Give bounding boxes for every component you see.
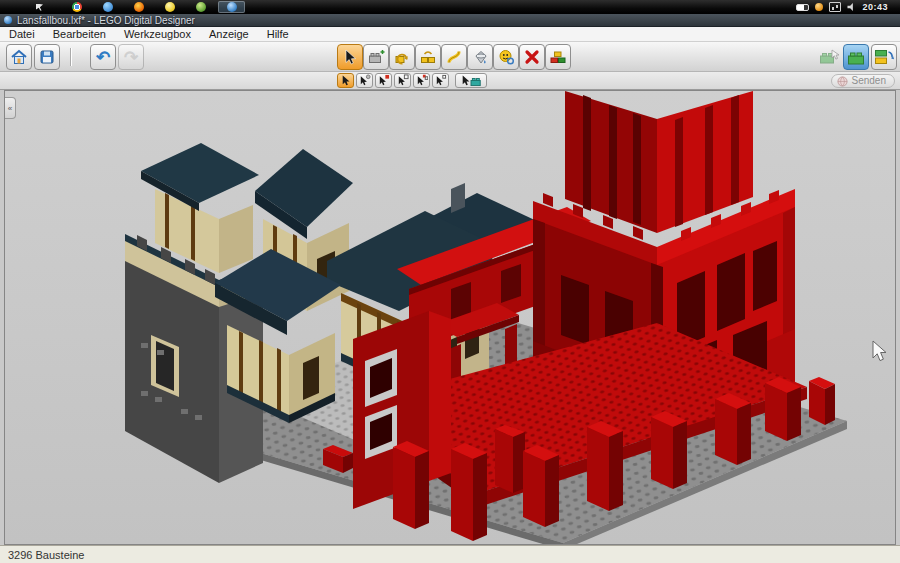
taskbar-app-media[interactable] [187,1,214,13]
viewport-3d[interactable]: « [4,90,896,545]
globe-icon [837,76,848,87]
delete-x-icon [523,48,541,66]
menubar: Datei Bearbeiten Werkzeugbox Anzeige Hil… [0,27,900,42]
system-tray[interactable]: 20:43 [796,2,888,12]
flex-tool-button[interactable] [441,44,467,70]
delete-tool-button[interactable] [519,44,545,70]
blue-ball-icon [227,2,237,12]
save-icon [38,48,56,66]
home-button[interactable] [6,44,32,70]
view-mode-button[interactable] [843,44,869,70]
taskbar-clock: 20:43 [862,2,888,12]
hinge-align-tool-button[interactable] [415,44,441,70]
color-shape-select-icon [415,74,428,87]
main-toolbar: ↶ ↷ [0,42,900,72]
menu-item-hilfe[interactable]: Hilfe [258,27,298,42]
ldd-app-icon [4,16,12,24]
internet-explorer-icon [103,2,113,12]
connected-select-icon [358,74,371,87]
paint-tool-button[interactable] [467,44,493,70]
taskbar[interactable]: 20:43 [0,0,900,14]
window-title: Lansfallbou.lxf* - LEGO Digital Designer [17,15,195,26]
statusbar: 3296 Bausteine [0,545,900,563]
shape-select-icon [396,74,409,87]
redo-button[interactable]: ↷ [118,44,144,70]
screen: 20:43 Lansfallbou.lxf* - LEGO Digital De… [0,0,900,563]
save-button[interactable] [34,44,60,70]
selection-tool-button[interactable] [337,44,363,70]
single-select-arrow-icon [339,74,352,87]
shape-select-button[interactable] [394,73,411,88]
menu-item-werkzeugbox[interactable]: Werkzeugbox [115,27,200,42]
view-mode-brick-icon [846,47,866,67]
undo-icon: ↶ [96,49,110,66]
connected-select-button[interactable] [356,73,373,88]
build-mode-brick-cursor-icon [819,47,839,67]
titlebar[interactable]: Lansfallbou.lxf* - LEGO Digital Designer [0,14,900,27]
yellow-ball-icon [165,2,175,12]
minifig-head-magnifier-icon [497,48,515,66]
single-select-button[interactable] [337,73,354,88]
inverse-select-button[interactable] [432,73,449,88]
hinge-align-icon [419,48,437,66]
building-guide-tool-button[interactable] [545,44,571,70]
hinge-tool-button[interactable] [389,44,415,70]
advanced-select-icon [459,74,483,87]
brick-palette-handle[interactable]: « [5,97,16,119]
taskbar-app-firefox[interactable] [125,1,152,13]
send-button-label: Senden [852,76,886,86]
lego-model-scene [5,91,895,544]
hide-tool-button[interactable] [493,44,519,70]
taskbar-app-ldd[interactable] [156,1,183,13]
build-mode-button[interactable] [816,44,842,70]
volume-icon[interactable] [847,3,856,12]
taskbar-app-active[interactable] [218,1,245,13]
sub-toolbar: Senden [0,72,900,90]
hinge-rotate-icon [393,48,411,66]
send-button[interactable]: Senden [831,74,895,88]
inverse-select-icon [434,74,447,87]
battery-icon[interactable] [796,4,809,11]
firefox-icon [134,2,144,12]
menu-item-bearbeiten[interactable]: Bearbeiten [44,27,115,42]
taskbar-app-list [61,1,247,13]
redo-icon: ↷ [124,49,138,66]
clone-tool-button[interactable] [363,44,389,70]
home-icon [10,48,28,66]
brick-count-label: 3296 Bausteine [8,549,84,561]
toolbar-separator [70,48,71,66]
colored-bricks-icon [549,48,567,66]
chrome-icon [72,2,82,12]
guide-mode-bricks-arrows-icon [874,47,894,67]
green-ball-icon [196,2,206,12]
undo-button[interactable]: ↶ [90,44,116,70]
flex-bend-icon [445,48,463,66]
menu-item-datei[interactable]: Datei [0,27,44,42]
menu-item-anzeige[interactable]: Anzeige [200,27,258,42]
building-guide-mode-button[interactable] [871,44,897,70]
taskbar-app-chrome[interactable] [63,1,90,13]
color-shape-select-button[interactable] [413,73,430,88]
network-icon[interactable] [829,2,841,12]
taskbar-pointer-icon [36,4,43,11]
color-select-button[interactable] [375,73,392,88]
clone-brick-icon [367,48,385,66]
taskbar-app-ie[interactable] [94,1,121,13]
color-select-icon [377,74,390,87]
advanced-select-button[interactable] [455,73,487,88]
selection-arrow-icon [341,48,359,66]
viewport-mouse-cursor [873,341,886,361]
paint-bucket-icon [471,48,489,66]
update-ball-icon[interactable] [815,3,823,11]
